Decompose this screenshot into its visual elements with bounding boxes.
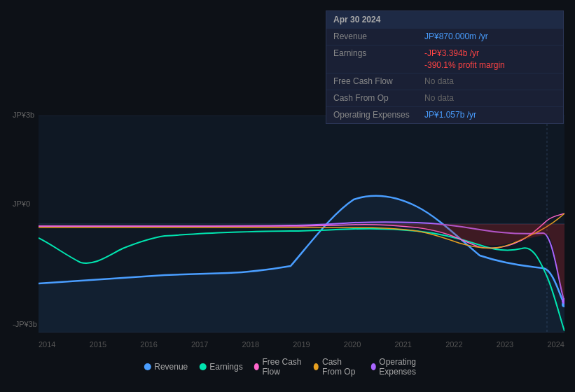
info-value-operating-expenses: JP¥1.057b /yr [424,109,476,121]
y-label-bottom: -JP¥3b [13,320,37,328]
legend-item-operating-expenses[interactable]: Operating Expenses [370,357,431,377]
info-value-revenue: JP¥870.000m /yr [424,31,488,43]
x-label-2014: 2014 [39,340,55,349]
info-row-free-cash-flow: Free Cash Flow No data [326,73,563,90]
info-row-earnings: Earnings -JP¥3.394b /yr -390.1% profit m… [326,45,563,74]
info-row-operating-expenses: Operating Expenses JP¥1.057b /yr [326,106,563,123]
legend-label-earnings: Earnings [209,362,242,372]
x-label-2019: 2019 [293,340,310,349]
x-label-2022: 2022 [445,340,462,349]
x-label-2020: 2020 [344,340,361,349]
x-label-2023: 2023 [497,340,513,349]
x-label-2017: 2017 [191,340,208,349]
info-box-title: Apr 30 2024 [326,11,563,28]
cash-from-op-dot [314,363,319,370]
info-row-cash-from-op: Cash From Op No data [326,90,563,106]
x-label-2015: 2015 [90,340,106,349]
info-label-free-cash-flow: Free Cash Flow [333,76,424,86]
info-box: Apr 30 2024 Revenue JP¥870.000m /yr Earn… [326,10,564,124]
legend-label-operating-expenses: Operating Expenses [379,357,431,377]
x-label-2021: 2021 [394,340,411,349]
info-value-cash-from-op: No data [424,92,454,104]
legend-label-cash-from-op: Cash From Op [322,357,360,377]
y-label-zero: JP¥0 [13,200,30,208]
x-labels: 2014 2015 2016 2017 2018 2019 2020 2021 … [39,340,564,349]
legend-item-free-cash-flow[interactable]: Free Cash Flow [254,357,303,377]
operating-expenses-dot [370,363,375,370]
legend-item-revenue[interactable]: Revenue [144,362,188,372]
info-label-operating-expenses: Operating Expenses [333,109,424,120]
x-label-2024: 2024 [547,340,564,349]
info-label-earnings: Earnings [333,48,424,58]
earnings-dot [199,363,206,370]
y-label-top: JP¥3b [13,111,34,119]
legend-item-earnings[interactable]: Earnings [199,362,242,372]
x-label-2016: 2016 [140,340,157,349]
info-row-revenue: Revenue JP¥870.000m /yr [326,28,563,45]
legend: Revenue Earnings Free Cash Flow Cash Fro… [144,357,431,377]
legend-label-revenue: Revenue [154,362,188,372]
info-label-revenue: Revenue [333,31,424,41]
info-value-earnings: -JP¥3.394b /yr -390.1% profit margin [424,48,505,71]
chart-svg [39,115,564,332]
x-label-2018: 2018 [242,340,259,349]
chart-container: Apr 30 2024 Revenue JP¥870.000m /yr Earn… [0,0,575,392]
info-label-cash-from-op: Cash From Op [333,92,424,103]
free-cash-flow-dot [254,363,259,370]
legend-item-cash-from-op[interactable]: Cash From Op [314,357,359,377]
legend-label-free-cash-flow: Free Cash Flow [262,357,303,377]
revenue-dot [144,363,151,370]
info-value-free-cash-flow: No data [424,76,454,88]
